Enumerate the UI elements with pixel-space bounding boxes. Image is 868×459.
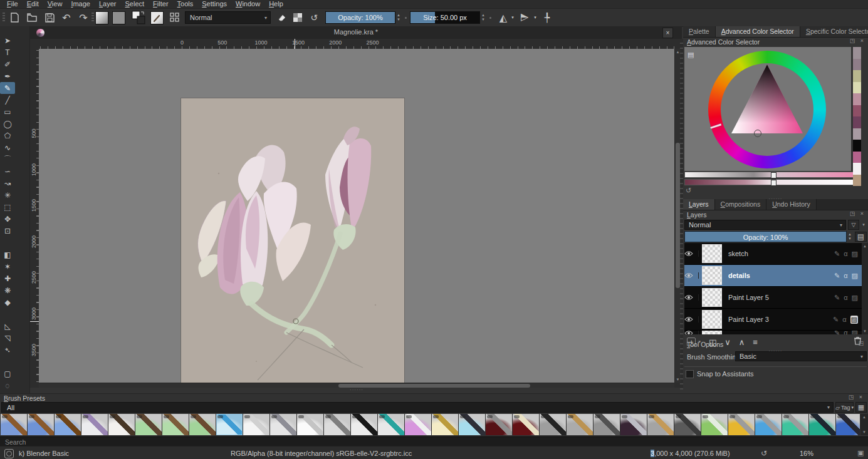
visibility-eye-icon[interactable] [684, 272, 699, 279]
alpha-lock-icon[interactable]: α [844, 272, 847, 280]
layer-row[interactable]: details✎α▨ [684, 265, 862, 287]
brush-preset-tile[interactable] [28, 414, 54, 435]
document-tab-title[interactable]: Magnolie.kra * [30, 28, 682, 36]
menu-settings[interactable]: Settings [197, 0, 231, 8]
scroll-up-icon[interactable]: ▲ [862, 243, 868, 249]
brush-preset-tile[interactable] [297, 414, 323, 435]
tool-freehand-path[interactable]: ∽ [0, 165, 15, 177]
color-swatch[interactable] [853, 82, 861, 94]
tab-compositions[interactable]: Compositions [715, 199, 767, 210]
save-button[interactable] [43, 11, 56, 24]
tool-dynamic-brush[interactable]: ↝ [0, 177, 15, 189]
menu-layer[interactable]: Layer [95, 0, 121, 8]
brush-preset-tile[interactable] [593, 414, 620, 435]
new-document-button[interactable] [8, 11, 21, 24]
brush-smoothing-dropdown[interactable]: Basic ▾ [735, 351, 867, 361]
preserve-alpha-button[interactable] [291, 11, 305, 24]
color-swatch[interactable] [853, 70, 861, 82]
visibility-eye-icon[interactable] [684, 294, 699, 301]
tool-select-shapes[interactable]: ➤ [0, 34, 15, 46]
brush-preset-tile[interactable] [459, 414, 485, 435]
presets-scrollbar[interactable]: ▲ ▼ [860, 414, 868, 435]
saturation-triangle[interactable] [721, 63, 813, 156]
inherit-alpha-icon[interactable]: ▨ [852, 272, 858, 280]
brush-preset-tile[interactable] [162, 414, 189, 435]
brush-preset-tile[interactable] [540, 414, 566, 435]
display-settings-button[interactable]: ▦ [855, 402, 867, 413]
layer-filter-arrow[interactable]: ▾ [860, 220, 867, 230]
scroll-down-icon[interactable]: ▼ [860, 429, 868, 435]
tag-button[interactable]: ▱ Tag ▾ [835, 402, 854, 413]
layer-list-scrollbar[interactable]: ▲ ▼ [862, 243, 868, 334]
layer-filter-button[interactable]: ▽ [848, 220, 859, 230]
color-swatch[interactable] [853, 93, 861, 105]
brush-preset-tile[interactable] [1, 414, 27, 435]
layer-row[interactable]: ✎α▨ [684, 331, 862, 334]
brush-preset-tile[interactable] [674, 414, 701, 435]
vertical-scrollbar-thumb[interactable] [676, 143, 680, 288]
brush-preset-tile[interactable] [324, 414, 350, 435]
snap-to-assistants-checkbox[interactable] [686, 370, 694, 378]
layer-row[interactable]: Paint Layer 5✎α▨ [684, 287, 862, 309]
brush-preset-tile[interactable] [55, 414, 81, 435]
tool-edit-shapes[interactable]: ✐ [0, 58, 15, 70]
menu-select[interactable]: Select [121, 0, 149, 8]
brush-preset-tile[interactable] [216, 414, 243, 435]
tool-ellipse-select[interactable]: ◌ [0, 379, 15, 391]
shade-gradient-bar[interactable] [684, 179, 857, 185]
tab-advanced-color-selector[interactable]: Advanced Color Selector [716, 26, 800, 37]
color-swatch[interactable] [853, 163, 861, 175]
tool-transform[interactable]: ⬚ [0, 201, 15, 213]
gradient-bar-handle[interactable] [771, 180, 776, 186]
brush-preset-tile[interactable] [809, 414, 835, 435]
color-swatch[interactable] [853, 152, 861, 163]
alpha-lock-icon[interactable]: α [844, 250, 847, 258]
tool-move[interactable]: ✥ [0, 213, 15, 225]
blend-mode-dropdown[interactable]: Normal ▾ [185, 11, 271, 24]
tool-calligraphy[interactable]: ✒ [0, 70, 15, 82]
tool-color-sampler[interactable]: ✶ [0, 260, 15, 272]
brush-preset-tile[interactable] [513, 414, 539, 435]
tool-rectangle[interactable]: ▭ [0, 106, 15, 118]
advanced-color-selector[interactable]: ▤ [684, 47, 851, 171]
tool-ellipse[interactable]: ◯ [0, 118, 15, 130]
layer-lock-icon[interactable]: ✎ [834, 272, 840, 280]
redo-button[interactable]: ↷ [76, 11, 90, 24]
fg-bg-color-chooser[interactable] [130, 11, 147, 24]
tab-specific-color-selector[interactable]: Specific Color Selector [800, 26, 868, 37]
tool-rect-select[interactable]: ▢ [0, 368, 15, 379]
canvas-only-icon[interactable]: ▣ [857, 449, 864, 457]
tab-layers[interactable]: Layers [683, 199, 715, 210]
brush-editor-button[interactable] [150, 11, 164, 24]
inherit-alpha-icon[interactable]: ▨ [850, 316, 858, 324]
scroll-up-icon[interactable]: ▲ [860, 414, 868, 420]
open-document-button[interactable] [25, 11, 39, 24]
brush-preset-tile[interactable] [620, 414, 647, 435]
scroll-down-icon[interactable]: ▼ [862, 328, 868, 334]
menu-view[interactable]: View [43, 0, 67, 8]
color-swatch[interactable] [853, 128, 861, 140]
current-preset-icon[interactable] [4, 449, 14, 458]
menu-image[interactable]: Image [66, 0, 95, 8]
color-swatch[interactable] [853, 175, 861, 187]
layer-row[interactable]: Paint Layer 3✎α▨ [684, 309, 862, 331]
brush-presets-grid-button[interactable] [168, 11, 182, 24]
tool-polyline[interactable]: ∿ [0, 142, 15, 153]
mirror-vertical-button[interactable]: ◭ [519, 11, 533, 24]
brush-size-slider[interactable]: Size: 50.00 px [410, 11, 480, 24]
inherit-alpha-icon[interactable]: ▨ [852, 331, 858, 334]
float-icon[interactable]: ◳ [858, 340, 865, 346]
layer-blend-mode-dropdown[interactable]: Normal ▾ [684, 220, 846, 230]
brush-preset-tile[interactable] [243, 414, 269, 435]
brush-preset-tile[interactable] [486, 414, 512, 435]
tool-line[interactable]: ╱ [0, 94, 15, 106]
size-spinner[interactable]: ▲▼ [480, 11, 486, 24]
tool-gradient[interactable]: ◧ [0, 249, 15, 260]
selector-settings-icon[interactable]: ▤ [688, 51, 695, 58]
color-swatch[interactable] [853, 47, 861, 59]
tool-fill[interactable]: ◆ [0, 296, 15, 308]
alpha-lock-icon[interactable]: α [844, 331, 847, 334]
visibility-eye-icon[interactable] [684, 250, 699, 257]
tool-polygon[interactable]: ⬠ [0, 130, 15, 142]
layer-lock-icon[interactable]: ✎ [834, 331, 840, 334]
